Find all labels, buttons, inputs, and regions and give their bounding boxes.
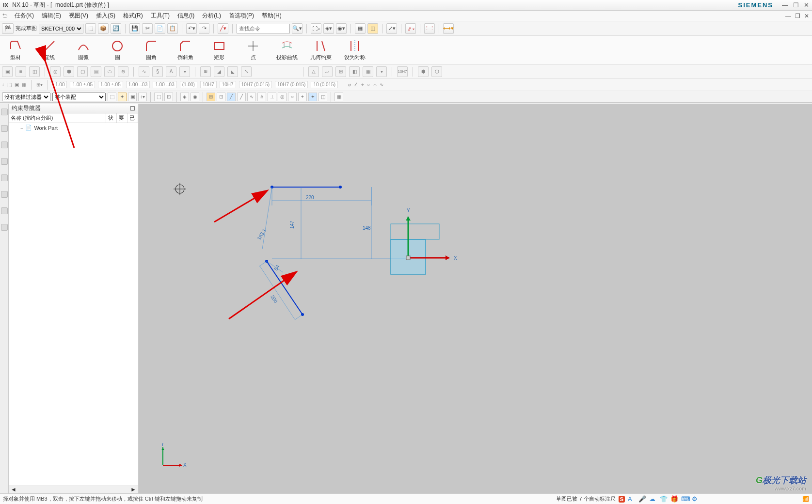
resource-browser-icon[interactable] — [1, 191, 8, 198]
helix-button[interactable]: § — [152, 66, 163, 77]
dim-fit4[interactable]: 10H7 (0.015) — [275, 81, 308, 88]
doc-close-button[interactable]: ✕ — [804, 13, 809, 19]
pattern-btn[interactable]: ⊞ — [335, 66, 346, 77]
gd-btn2[interactable]: ∠ — [354, 82, 358, 87]
sel-btn5[interactable]: ⬚ — [154, 93, 163, 101]
taper-button[interactable]: ◣ — [227, 66, 238, 77]
wcs-button[interactable]: ⤢▾ — [386, 23, 397, 34]
maximize-button[interactable]: ☐ — [793, 1, 799, 9]
close-button[interactable]: ✕ — [804, 1, 809, 9]
sel-btn2[interactable]: ✦ — [118, 93, 127, 101]
sel-btn21[interactable]: ▦ — [334, 93, 343, 101]
dim-btn3[interactable]: ▣ — [15, 82, 19, 87]
gd-btn3[interactable]: ⌖ — [361, 82, 364, 88]
spline-button[interactable]: ∿ — [139, 66, 149, 77]
sel-btn1[interactable]: ⬚ — [108, 93, 116, 101]
sel-btn11[interactable]: ╱ — [227, 93, 236, 101]
search-command-input[interactable] — [237, 24, 290, 33]
sel-btn4[interactable]: ↕▾ — [138, 93, 147, 101]
point-tool[interactable]: 点 — [241, 38, 265, 63]
shell-dd-button[interactable]: ▾ — [179, 66, 190, 77]
line-tool[interactable]: 直线 — [38, 38, 61, 63]
dim-fit5[interactable]: 10 (0.015) — [311, 81, 338, 88]
dim-fit1[interactable]: 10H7 — [200, 81, 217, 88]
gd-btn4[interactable]: ○ — [367, 82, 370, 87]
menu-format[interactable]: 格式(R) — [119, 12, 147, 20]
menu-info[interactable]: 信息(I) — [174, 12, 198, 20]
symmetric-tool[interactable]: 设为对称 — [343, 38, 366, 63]
measure-button[interactable]: ⟷▾ — [443, 23, 454, 34]
sel-btn9[interactable]: ⊞ — [207, 93, 215, 101]
selection-filter-dropdown[interactable]: 没有选择过滤器 — [2, 93, 50, 101]
chamfer-tool[interactable]: 倒斜角 — [174, 38, 197, 63]
scale-button[interactable]: ⤡ — [241, 66, 252, 77]
gd-btn6[interactable]: ∿ — [380, 82, 383, 87]
resource-history-icon[interactable] — [1, 207, 8, 214]
nav-hscroll[interactable]: ◄► — [9, 486, 138, 493]
sel-btn15[interactable]: ⊥ — [268, 93, 276, 101]
sel-btn12[interactable]: ╱ — [237, 93, 246, 101]
tri-button[interactable]: △ — [308, 66, 319, 77]
status-gift-icon[interactable]: 🎁 — [670, 495, 678, 503]
constraint-tree[interactable]: − 📄 Work Part — [9, 123, 138, 486]
panel-pin-button[interactable]: ☐ — [130, 105, 135, 112]
resource-part-nav-icon[interactable] — [1, 109, 8, 115]
status-keyboard-icon[interactable]: ⌨ — [681, 495, 689, 503]
assy2-button[interactable]: ⬡ — [431, 66, 442, 77]
thread-button[interactable]: ≋ — [200, 66, 211, 77]
sel-btn3[interactable]: ▣ — [128, 93, 137, 101]
slot-button[interactable]: ⬭ — [104, 66, 115, 77]
menu-view[interactable]: 视图(V) — [65, 12, 92, 20]
copy-button[interactable]: 📄 — [155, 23, 165, 34]
status-cloud-icon[interactable]: ☁ — [649, 495, 657, 503]
status-voice-icon[interactable]: 🎤 — [638, 495, 646, 503]
block-button[interactable]: ◫ — [29, 66, 40, 77]
dim-ref[interactable]: (1.00) — [180, 81, 197, 88]
dim-btn4[interactable]: ▦ — [22, 82, 26, 87]
resource-assy-nav-icon[interactable] — [1, 125, 8, 132]
selection-scope-dropdown[interactable]: 整个装配 — [52, 93, 106, 101]
menu-help[interactable]: 帮助(H) — [258, 12, 286, 20]
doc-restore-button[interactable]: ❐ — [795, 13, 800, 19]
dim-fit3[interactable]: 10H7 (0.015) — [239, 81, 272, 88]
geo-constraint-tool[interactable]: 几何约束 — [309, 38, 333, 63]
pattern-button[interactable]: ⋮⋮ — [424, 23, 435, 34]
menu-insert[interactable]: 插入(S) — [92, 12, 119, 20]
layer-button[interactable]: ▦ — [355, 23, 366, 34]
show-hide-button[interactable]: ◫ — [367, 23, 378, 34]
dim-btn1[interactable]: ↕ — [2, 82, 4, 87]
fit-tol-button[interactable]: 10H7 — [397, 66, 408, 77]
menu-prefs[interactable]: 首选项(P) — [225, 12, 258, 20]
sel-btn16[interactable]: ◎ — [278, 93, 287, 101]
profile-tool[interactable]: 型材 — [4, 38, 27, 63]
save-button[interactable]: 💾 — [129, 23, 140, 34]
line-tool-small[interactable]: ╱▾ — [218, 23, 228, 34]
sel-btn19[interactable]: ✦ — [308, 93, 317, 101]
pocket-button[interactable]: ▢ — [77, 66, 88, 77]
orient-view-button[interactable]: ⬚ — [85, 23, 96, 34]
dim-tol1[interactable]: 1.00 ±.05 — [70, 81, 95, 88]
hole-button[interactable]: ◎ — [50, 66, 61, 77]
sel-btn8[interactable]: ◉ — [191, 93, 199, 101]
graphics-canvas[interactable]: 220 147 148 163.1 54 200 — [139, 104, 812, 493]
finish-sketch-button[interactable]: 🏁 — [2, 23, 14, 34]
search-button[interactable]: 🔍▾ — [292, 23, 303, 34]
status-text-icon[interactable]: A — [628, 495, 636, 503]
sel-btn13[interactable]: ∿ — [247, 93, 256, 101]
dim-tol3[interactable]: 1.00 -.03 — [126, 81, 150, 88]
col-name[interactable]: 名称 (按约束分组) — [9, 113, 106, 123]
boss-button[interactable]: ⬢ — [64, 66, 74, 77]
fit-view-button[interactable]: ⛶▾ — [311, 23, 321, 34]
redo-button[interactable]: ↷ — [199, 23, 209, 34]
resource-roles-icon[interactable] — [1, 224, 8, 231]
sel-btn17[interactable]: ○ — [288, 93, 297, 101]
draft-button[interactable]: ◢ — [214, 66, 224, 77]
undo-button[interactable]: ↶▾ — [186, 23, 197, 34]
rect-tool[interactable]: 矩形 — [207, 38, 231, 63]
dim-tol2[interactable]: 1.00 ±.05 — [98, 81, 123, 88]
assy-button[interactable]: ⬢ — [418, 66, 429, 77]
restore-down-icon[interactable]: ⮌ — [2, 13, 8, 19]
menu-tools[interactable]: 工具(T) — [147, 12, 174, 20]
sel-btn6[interactable]: ⊡ — [164, 93, 173, 101]
paste-button[interactable]: 📋 — [167, 23, 178, 34]
